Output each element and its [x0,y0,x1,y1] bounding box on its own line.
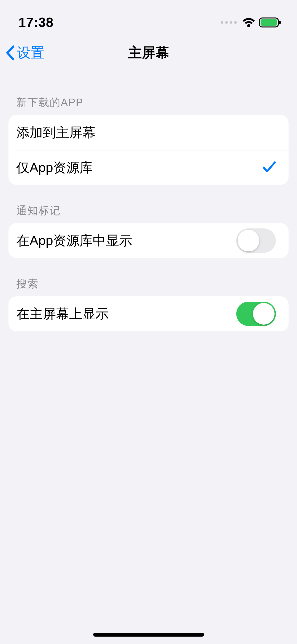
option-add-to-home[interactable]: 添加到主屏幕 [8,115,289,150]
back-label: 设置 [17,44,44,62]
checkmark-icon [263,161,276,174]
svg-rect-2 [279,21,281,24]
page-title: 主屏幕 [0,44,297,62]
row-show-on-home: 在主屏幕上显示 [8,296,289,331]
option-label: 添加到主屏幕 [16,124,96,141]
toggle-show-on-home[interactable] [236,302,276,326]
status-time: 17:38 [18,15,54,30]
section-header-badges: 通知标记 [0,185,297,223]
group-badges: 在App资源库中显示 [8,223,289,258]
back-button[interactable]: 设置 [5,44,44,62]
svg-rect-1 [261,19,277,26]
group-new-apps: 添加到主屏幕 仅App资源库 [8,115,289,185]
battery-icon [259,17,281,28]
toggle-show-in-app-library[interactable] [236,228,276,253]
status-indicators [221,17,281,28]
status-bar: 17:38 [0,0,297,34]
option-label: 仅App资源库 [16,159,93,177]
option-app-library-only[interactable]: 仅App资源库 [16,150,289,185]
section-header-search: 搜索 [0,258,297,296]
row-label: 在App资源库中显示 [16,232,132,250]
signal-dots-icon [221,21,237,24]
home-indicator[interactable] [93,633,204,637]
section-header-new-apps: 新下载的APP [0,71,297,115]
wifi-icon [242,17,255,27]
group-search: 在主屏幕上显示 [8,296,289,331]
switch-knob [253,303,275,325]
nav-bar: 设置 主屏幕 [0,34,297,71]
row-show-in-app-library: 在App资源库中显示 [8,223,289,258]
chevron-left-icon [5,45,16,61]
row-label: 在主屏幕上显示 [16,305,109,323]
switch-knob [238,230,259,251]
